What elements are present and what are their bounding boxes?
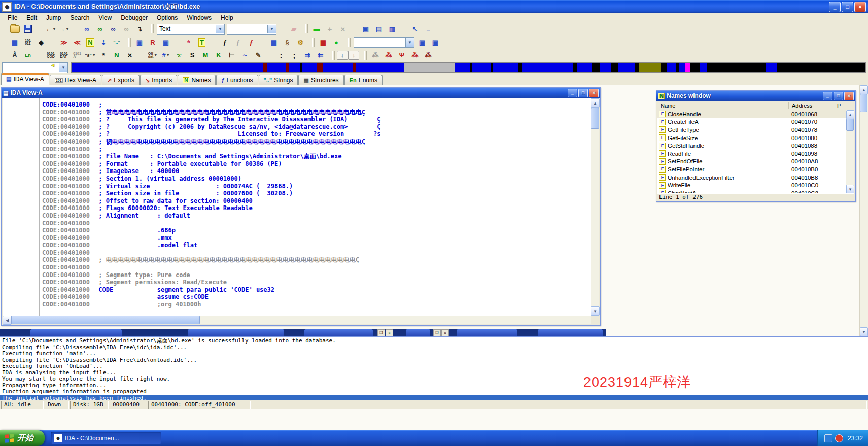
stack-var-button[interactable]: K [212,50,225,61]
plugin-gear-button[interactable]: ⚙ [294,37,307,48]
add-segment-button[interactable]: ≫ [57,37,71,48]
text-view-button[interactable]: ▤ [8,37,21,48]
enum-member-button[interactable]: En [21,50,34,61]
names-close-button[interactable]: × [844,92,854,100]
search-history-combo[interactable]: ▼ [227,24,276,35]
edit-segment-button[interactable]: ≪ [71,37,84,48]
output-line[interactable]: Executing function 'main'... [0,351,868,357]
disassembly-line[interactable]: CODE:00401000 [3,264,591,271]
minimized-window-button[interactable]: ❐ [433,329,441,336]
callers-chart-button[interactable]: ⁂ [369,50,382,61]
disassembly-line[interactable]: CODE:00401000 ;org 401000h [3,301,591,308]
disassembly-line[interactable]: CODE:00401000 CODE segment para public '… [3,286,591,294]
workspace-vscroll-thumb[interactable] [860,94,867,112]
disassembly-line[interactable]: CODE:00401000 assume cs:CODE [3,293,591,301]
maximize-button[interactable]: □ [842,2,853,12]
output-line[interactable]: Compiling file 'C:\Disassemble\IDA Free\… [0,345,868,351]
column-header-p[interactable]: P [834,102,848,109]
navigate-back-button[interactable]: ←▼ [44,23,57,35]
output-line[interactable]: File 'C:\Documents and Settings\Administ… [0,338,868,345]
dropdown-arrow-icon[interactable]: ▼ [66,27,70,31]
complement-button[interactable]: ~ [238,50,252,61]
disassembly-line[interactable]: CODE:00401000 .model flat [3,242,591,249]
color-palette-button[interactable]: * [182,37,195,48]
create-string-button[interactable]: "s"▼ [84,50,97,61]
menu-edit[interactable]: Edit [22,14,42,22]
colon-comment-button[interactable]: : [274,50,288,61]
menu-view[interactable]: View [94,14,116,22]
collapse-item-button[interactable]: ▬ [310,23,323,35]
segment-format-button[interactable]: S [186,50,199,61]
output-line[interactable]: Function argument information is propaga… [0,389,868,395]
stack-trace-button[interactable]: ↓ [337,51,348,60]
highlight-eraser-button[interactable]: ▰ [287,23,300,35]
xref-graph-button[interactable]: ⁂ [422,50,435,61]
chevron-down-icon[interactable]: ▼ [216,25,224,33]
flow-chart-button[interactable]: ⁂ [408,50,422,61]
start-button[interactable]: 开始 [0,430,45,446]
disassembly-line[interactable]: CODE:00401000 ; 电电电电电电电电电电电电电电电电电电电电电电电电… [3,256,591,264]
minimized-window-button[interactable]: × [386,329,393,336]
minimized-window-fragment[interactable] [406,329,430,336]
close-button[interactable]: × [854,2,866,12]
address-combo[interactable]: ▼ [2,62,68,73]
disassembly-line[interactable]: CODE:00401000 ; ? This file is generated… [3,116,591,123]
callees-chart-button[interactable]: ⁂ [382,50,395,61]
tray-security-icon[interactable] [835,434,843,442]
jump-to-address-button[interactable]: ↴ [133,23,146,35]
names-row[interactable]: FGetStdHandle00401088 [657,142,846,150]
menu-jump[interactable]: Jump [42,14,65,22]
function-tails-button[interactable]: ƒ [245,37,258,48]
names-window-button[interactable]: N [84,37,97,48]
disassembly-line[interactable]: CODE:00401000 ; Format : Portable execut… [3,160,591,168]
scroll-up-icon[interactable]: ▲ [591,98,600,108]
prev-comment-button[interactable]: ⇉ [301,50,314,61]
names-vscrollbar[interactable]: ▲ ▼ [846,110,854,194]
rename-button[interactable]: N [110,50,123,61]
tab-imports[interactable]: ↘Imports [140,75,177,85]
make-unknown-button[interactable]: 0101A̸ [71,50,84,61]
window-down-button[interactable]: ▣ [415,37,429,48]
chevron-down-icon[interactable]: ▼ [59,63,67,72]
menu-options[interactable]: Options [152,14,182,22]
names-row[interactable]: FUnhandledExceptionFilter004010B8 [657,174,846,182]
expand-item-button[interactable]: + [323,23,336,35]
delete-item-button[interactable]: × [336,23,350,35]
workspace-scroll-down-icon[interactable]: ▼ [860,327,868,336]
menu-debugger[interactable]: Debugger [116,14,152,22]
names-column-header[interactable]: Name Address P [657,101,854,111]
open-file-button[interactable] [8,23,21,35]
disasm-hscrollbar[interactable]: ◀ [3,316,591,324]
tray-messenger-icon[interactable] [824,434,832,442]
disassembly-line[interactable]: CODE:00401000 ; Imagebase : 400000 [3,167,591,175]
tab-functions[interactable]: ƒFunctions [216,75,258,85]
names-restore-button[interactable]: □ [834,92,843,100]
dropdown-arrow-icon[interactable]: ▼ [166,53,170,57]
tab-enums[interactable]: EnEnums [344,75,383,85]
disassembly-line[interactable]: CODE:00401000 ; File Name : C:\Documents… [3,153,591,160]
scroll-left-icon[interactable]: ◀ [3,316,12,325]
column-header-address[interactable]: Address [789,102,834,109]
analysis-log-button[interactable]: ▤ [317,37,330,48]
disassembly-line[interactable]: CODE:00401000 ; Section size in file : 0… [3,190,591,197]
disassembly-view[interactable]: CODE:00401000 ;CODE:00401000 ; 赏电电电电电电电电… [3,98,591,316]
workspace-vscrollbar[interactable]: ▲ ▼ [859,85,868,336]
output-line[interactable]: Compiling file 'C:\Disassemble\IDA Free\… [0,357,868,364]
tile-vertical-button[interactable]: ▥ [386,23,399,35]
minimized-window-fragment[interactable] [188,329,284,336]
minimized-window-button[interactable]: × [441,329,449,336]
column-header-name[interactable]: Name [657,102,789,109]
names-row[interactable]: FGetFileSize00401080 [657,134,846,142]
calculator-button[interactable]: ▦ [267,37,281,48]
stack-trace-alt-button[interactable]: ↓ [348,51,359,60]
dropdown-arrow-icon[interactable]: ▼ [92,53,96,57]
names-row[interactable]: FGetFileType00401078 [657,126,846,134]
disasm-vscrollbar[interactable]: ▲ ▼ [591,98,599,316]
names-row[interactable]: FSetFilePointer004010B0 [657,165,846,174]
call-graph-button[interactable]: Ψ [395,50,408,61]
number-format-button[interactable]: #▼ [159,50,172,61]
disassembly-line[interactable]: CODE:00401000 .mmx [3,234,591,242]
chevron-down-icon[interactable]: ▼ [405,38,414,47]
workspace-scroll-up-icon[interactable]: ▲ [860,85,868,94]
disassembly-line[interactable]: CODE:00401000 ; Segment type: Pure code [3,271,591,279]
